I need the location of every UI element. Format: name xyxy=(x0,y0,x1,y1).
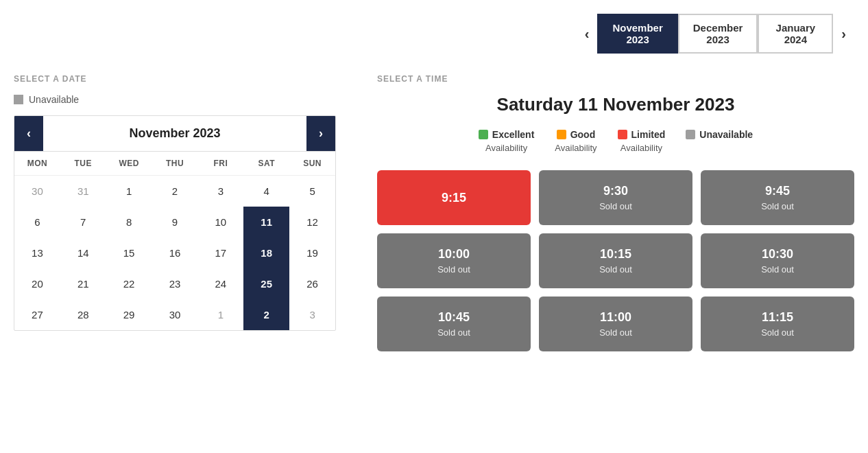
cal-month-title: November 2023 xyxy=(43,126,306,141)
main-layout: SELECT A DATE Unavailable ‹ November 202… xyxy=(14,74,854,351)
cal-day-18[interactable]: 18 xyxy=(243,237,289,268)
selected-date-heading: Saturday 11 November 2023 xyxy=(377,94,854,115)
cal-days: 3031123456789101112131415161718192021222… xyxy=(14,176,335,330)
avail-item-gray: Unavailable xyxy=(686,129,753,153)
slot-time-8: 11:15 xyxy=(762,310,793,325)
time-slot-1115[interactable]: 11:15 Sold out xyxy=(701,297,854,351)
cal-day-25[interactable]: 25 xyxy=(243,268,289,299)
cal-day-6[interactable]: 6 xyxy=(14,207,60,237)
slot-status-5: Sold out xyxy=(761,264,794,275)
calendar-header: ‹ November 2023 › xyxy=(14,116,335,152)
cal-day-11[interactable]: 11 xyxy=(243,207,289,237)
cal-day-28[interactable]: 28 xyxy=(60,299,106,330)
left-panel: SELECT A DATE Unavailable ‹ November 202… xyxy=(14,74,336,351)
cal-day-26[interactable]: 26 xyxy=(289,268,335,299)
slot-status-4: Sold out xyxy=(599,264,632,275)
cal-day-1[interactable]: 1 xyxy=(197,299,243,330)
time-slot-1030[interactable]: 10:30 Sold out xyxy=(701,233,854,288)
avail-label-green: Excellent xyxy=(492,129,534,140)
cal-day-5[interactable]: 5 xyxy=(289,176,335,207)
cal-next-btn[interactable]: › xyxy=(306,116,335,151)
cal-day-15[interactable]: 15 xyxy=(106,237,152,268)
cal-day-2[interactable]: 2 xyxy=(243,299,289,330)
avail-item-red: Limited Availability xyxy=(618,129,666,153)
cal-day-10[interactable]: 10 xyxy=(197,207,243,237)
unavailable-swatch xyxy=(14,95,23,104)
next-month-btn[interactable]: › xyxy=(833,19,854,49)
day-header-mon: MON xyxy=(14,152,60,175)
cal-day-31[interactable]: 31 xyxy=(60,176,106,207)
cal-day-20[interactable]: 20 xyxy=(14,268,60,299)
day-header-sun: SUN xyxy=(289,152,335,175)
avail-item-orange: Good Availability xyxy=(555,129,596,153)
cal-day-21[interactable]: 21 xyxy=(60,268,106,299)
cal-day-9[interactable]: 9 xyxy=(152,207,198,237)
avail-dot-orange xyxy=(557,130,566,139)
time-slot-1000[interactable]: 10:00 Sold out xyxy=(377,233,531,288)
avail-dot-red xyxy=(618,130,627,139)
cal-day-30[interactable]: 30 xyxy=(14,176,60,207)
slot-time-3: 10:00 xyxy=(438,247,470,262)
avail-dot-green xyxy=(479,130,488,139)
slot-time-7: 11:00 xyxy=(600,310,631,325)
slot-time-2: 9:45 xyxy=(765,184,790,198)
day-header-fri: FRI xyxy=(197,152,243,175)
slot-time-0: 9:15 xyxy=(442,191,466,205)
cal-day-2[interactable]: 2 xyxy=(152,176,198,207)
day-header-tue: TUE xyxy=(60,152,106,175)
avail-sublabel-red: Availability xyxy=(620,143,662,153)
month-tab-0[interactable]: November2023 xyxy=(597,14,677,54)
month-tab-1[interactable]: December2023 xyxy=(678,14,758,54)
avail-item-green: Excellent Availability xyxy=(479,129,534,153)
slot-time-5: 10:30 xyxy=(762,247,793,262)
avail-label-red: Limited xyxy=(631,129,666,140)
unavailable-legend: Unavailable xyxy=(14,94,336,105)
cal-day-14[interactable]: 14 xyxy=(60,237,106,268)
slot-status-3: Sold out xyxy=(437,264,470,275)
cal-day-1[interactable]: 1 xyxy=(106,176,152,207)
cal-day-17[interactable]: 17 xyxy=(197,237,243,268)
cal-day-7[interactable]: 7 xyxy=(60,207,106,237)
time-slot-930[interactable]: 9:30 Sold out xyxy=(539,170,692,225)
cal-day-24[interactable]: 24 xyxy=(197,268,243,299)
slot-status-1: Sold out xyxy=(599,201,632,211)
cal-day-22[interactable]: 22 xyxy=(106,268,152,299)
slot-time-6: 10:45 xyxy=(438,310,470,325)
avail-sublabel-orange: Availability xyxy=(555,143,596,153)
availability-legend: Excellent Availability Good Availability… xyxy=(377,129,854,153)
cal-day-3[interactable]: 3 xyxy=(197,176,243,207)
cal-day-30[interactable]: 30 xyxy=(152,299,198,330)
date-section-label: SELECT A DATE xyxy=(14,74,336,84)
calendar: ‹ November 2023 › MONTUEWEDTHUFRISATSUN … xyxy=(14,115,336,331)
time-slot-1045[interactable]: 10:45 Sold out xyxy=(377,297,531,351)
cal-day-8[interactable]: 8 xyxy=(106,207,152,237)
time-slot-1100[interactable]: 11:00 Sold out xyxy=(539,297,692,351)
time-section-label: SELECT A TIME xyxy=(377,74,854,84)
month-tab-2[interactable]: January2024 xyxy=(758,14,833,54)
day-header-wed: WED xyxy=(106,152,152,175)
slot-time-1: 9:30 xyxy=(603,184,628,198)
cal-day-3[interactable]: 3 xyxy=(289,299,335,330)
cal-day-12[interactable]: 12 xyxy=(289,207,335,237)
cal-day-27[interactable]: 27 xyxy=(14,299,60,330)
day-headers: MONTUEWEDTHUFRISATSUN xyxy=(14,152,335,176)
right-panel: SELECT A TIME Saturday 11 November 2023 … xyxy=(377,74,854,351)
cal-day-13[interactable]: 13 xyxy=(14,237,60,268)
avail-sublabel-green: Availability xyxy=(485,143,527,153)
cal-day-29[interactable]: 29 xyxy=(106,299,152,330)
month-selector: ‹ November2023December2023January2024 › xyxy=(14,14,854,54)
time-slot-915[interactable]: 9:15 xyxy=(377,170,531,225)
cal-day-19[interactable]: 19 xyxy=(289,237,335,268)
calendar-grid: MONTUEWEDTHUFRISATSUN 303112345678910111… xyxy=(14,152,335,330)
unavailable-label: Unavailable xyxy=(29,94,79,105)
cal-day-16[interactable]: 16 xyxy=(152,237,198,268)
avail-label-orange: Good xyxy=(570,129,596,140)
cal-day-4[interactable]: 4 xyxy=(243,176,289,207)
cal-prev-btn[interactable]: ‹ xyxy=(14,116,43,151)
time-slot-1015[interactable]: 10:15 Sold out xyxy=(539,233,692,288)
prev-month-btn[interactable]: ‹ xyxy=(577,19,598,49)
slot-time-4: 10:15 xyxy=(600,247,631,262)
time-slot-945[interactable]: 9:45 Sold out xyxy=(701,170,854,225)
avail-label-gray: Unavailable xyxy=(699,129,753,140)
cal-day-23[interactable]: 23 xyxy=(152,268,198,299)
